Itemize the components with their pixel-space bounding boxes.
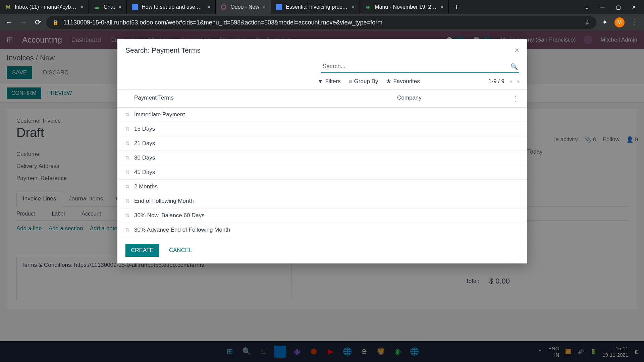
pager-text[interactable]: 1-9 / 9 [488, 78, 504, 85]
payment-term-row[interactable]: ⇅30% Now, Balance 60 Days [117, 208, 527, 223]
payment-term-row[interactable]: ⇅Immediate Payment [117, 108, 527, 122]
docs-icon [276, 4, 282, 10]
favourites-button[interactable]: ★Favourites [386, 78, 420, 85]
search-icon[interactable]: 🔍 [511, 63, 518, 70]
filter-icon: ▼ [318, 78, 323, 85]
browser-titlebar: M Inbox (11) - manu@cybrosy × ▬ Chat × H… [0, 0, 644, 14]
drag-handle-icon[interactable]: ⇅ [125, 213, 134, 219]
browser-tab[interactable]: ▬ Chat × [89, 0, 127, 14]
odoo-icon [220, 4, 227, 10]
browser-tab[interactable]: How to set up and use Payr × [127, 0, 216, 14]
reload-icon[interactable]: ⟳ [35, 18, 41, 27]
drag-handle-icon[interactable]: ⇅ [125, 169, 134, 175]
browser-tab[interactable]: ◉ Manu - November 19, 2021 × [360, 0, 449, 14]
payment-term-name: 45 Days [134, 169, 155, 176]
payment-term-row[interactable]: ⇅15 Days [117, 122, 527, 136]
create-button[interactable]: CREATE [125, 244, 159, 257]
star-icon[interactable]: ☆ [585, 19, 590, 26]
forward-icon[interactable]: → [20, 18, 28, 27]
browser-tab[interactable]: M Inbox (11) - manu@cybrosy × [0, 0, 89, 14]
cancel-button[interactable]: CANCEL [164, 244, 198, 257]
sheets-icon: ◉ [365, 4, 371, 10]
address-bar: ← → ⟳ 🔒 11130009-15-0-all.runbot53.odoo.… [0, 14, 644, 31]
payment-term-name: 2 Months [134, 183, 158, 190]
chevron-down-icon[interactable]: ⌄ [585, 4, 589, 10]
chat-icon: ▬ [94, 4, 100, 10]
column-options-icon[interactable]: ⋮ [509, 95, 519, 103]
pager-next-icon[interactable]: › [517, 78, 519, 85]
new-tab-button[interactable]: + [449, 3, 464, 11]
drag-handle-icon[interactable]: ⇅ [125, 227, 134, 233]
extensions-icon[interactable]: ✦ [602, 18, 608, 27]
payment-term-row[interactable]: ⇅End of Following Month [117, 194, 527, 208]
payment-term-name: 15 Days [134, 126, 155, 132]
close-icon[interactable]: × [515, 46, 519, 55]
pager-prev-icon[interactable]: ‹ [510, 78, 512, 85]
payment-term-row[interactable]: ⇅45 Days [117, 165, 527, 180]
gmail-icon: M [5, 4, 11, 10]
modal-title: Search: Payment Terms [125, 46, 201, 54]
search-payment-terms-modal: Search: Payment Terms × 🔍 ▼Filters ≡Grou… [117, 39, 527, 263]
payment-term-row[interactable]: ⇅30 Days [117, 151, 527, 165]
close-icon[interactable]: × [263, 4, 266, 11]
browser-tab[interactable]: Essential Invoicing procedu × [271, 0, 360, 14]
maximize-icon[interactable]: ▢ [616, 4, 621, 10]
back-icon[interactable]: ← [5, 18, 13, 27]
drag-handle-icon[interactable]: ⇅ [125, 140, 134, 146]
column-payment-terms[interactable]: Payment Terms [125, 95, 397, 103]
payment-term-name: 30 Days [134, 155, 155, 161]
list-icon: ≡ [349, 78, 352, 85]
lock-icon: 🔒 [52, 19, 59, 25]
tab-title: How to set up and use Payr [142, 4, 204, 10]
column-company[interactable]: Company [397, 95, 509, 103]
search-input[interactable] [321, 60, 519, 73]
menu-icon[interactable]: ⋮ [631, 18, 639, 27]
star-icon: ★ [386, 78, 391, 85]
tab-title: Odoo - New [230, 4, 259, 10]
payment-term-row[interactable]: ⇅2 Months [117, 180, 527, 194]
url-input[interactable]: 🔒 11130009-15-0-all.runbot53.odoo.com/we… [46, 16, 596, 29]
close-icon[interactable]: × [80, 4, 84, 11]
payment-term-name: End of Following Month [134, 198, 194, 204]
drag-handle-icon[interactable]: ⇅ [125, 198, 134, 204]
payment-term-name: 21 Days [134, 140, 155, 147]
payment-term-name: 30% Now, Balance 60 Days [134, 212, 205, 219]
profile-avatar[interactable]: M [614, 17, 625, 27]
browser-tab-active[interactable]: Odoo - New × [216, 0, 271, 14]
tab-title: Manu - November 19, 2021 [375, 4, 437, 10]
tab-title: Essential Invoicing procedu [286, 4, 348, 10]
groupby-button[interactable]: ≡Group By [349, 78, 378, 85]
drag-handle-icon[interactable]: ⇅ [125, 126, 134, 132]
drag-handle-icon[interactable]: ⇅ [125, 184, 134, 190]
close-icon[interactable]: × [352, 4, 355, 11]
minimize-icon[interactable]: — [600, 4, 605, 10]
payment-term-row[interactable]: ⇅21 Days [117, 136, 527, 151]
tab-title: Chat [104, 4, 115, 10]
filters-button[interactable]: ▼Filters [318, 78, 341, 85]
url-text: 11130009-15-0-all.runbot53.odoo.com/web#… [63, 19, 382, 26]
payment-term-name: Immediate Payment [134, 111, 185, 118]
close-window-icon[interactable]: ✕ [632, 4, 636, 10]
close-icon[interactable]: × [118, 4, 122, 11]
drag-handle-icon[interactable]: ⇅ [125, 155, 134, 161]
payment-term-name: 30% Advance End of Following Month [134, 227, 230, 233]
docs-icon [131, 4, 138, 10]
payment-term-row[interactable]: ⇅30% Advance End of Following Month [117, 223, 527, 237]
tab-title: Inbox (11) - manu@cybrosy [15, 4, 77, 10]
drag-handle-icon[interactable]: ⇅ [125, 112, 134, 118]
close-icon[interactable]: × [440, 4, 444, 11]
close-icon[interactable]: × [207, 4, 211, 11]
